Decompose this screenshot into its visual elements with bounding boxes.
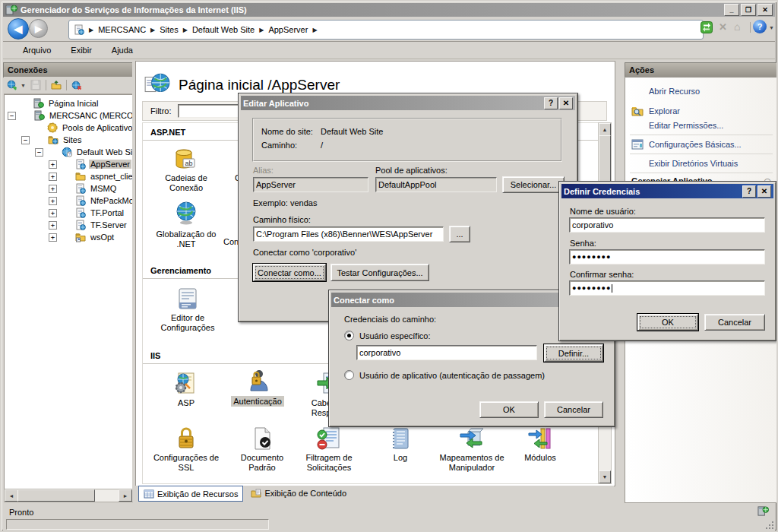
tree-item-home[interactable]: Página Inicial <box>5 97 132 109</box>
expand-icon[interactable]: + <box>49 209 57 217</box>
home-icon: ⌂ <box>734 21 740 33</box>
ok-button[interactable]: OK <box>637 314 698 331</box>
create-connection-icon[interactable] <box>7 80 17 90</box>
tree-item-wsopt[interactable]: +wsOpt <box>5 231 132 243</box>
collapse-icon[interactable]: − <box>8 112 16 120</box>
expand-icon[interactable]: + <box>49 185 57 193</box>
expand-icon[interactable]: + <box>49 233 57 242</box>
radio-selected-icon[interactable] <box>344 331 354 340</box>
cancel-button[interactable]: Cancelar <box>704 314 765 331</box>
back-button[interactable]: ◀ <box>8 18 29 40</box>
help-button[interactable]: ? <box>742 185 756 198</box>
action-basic-settings[interactable]: Configurações Básicas... <box>625 138 777 150</box>
web-site-icon <box>62 147 72 157</box>
status-bar: Pronto <box>3 505 775 530</box>
browse-button[interactable]: ... <box>449 226 470 242</box>
close-button[interactable]: ✕ <box>559 97 573 109</box>
filter-label: Filtro: <box>150 106 172 116</box>
handler-mappings-icon[interactable] <box>459 426 485 451</box>
logging-icon[interactable] <box>387 426 413 451</box>
dotnet-globalization-icon[interactable] <box>173 201 199 226</box>
content-view-icon <box>251 488 261 499</box>
connect-as-button[interactable]: Conectar como... <box>253 264 326 281</box>
minimize-button[interactable]: _ <box>724 4 739 16</box>
menu-arquivo[interactable]: Arquivo <box>23 46 51 55</box>
password-field[interactable] <box>569 249 765 264</box>
shared-folder-icon <box>75 232 86 242</box>
physical-path-field[interactable] <box>253 226 444 242</box>
action-explore[interactable]: Explorar <box>625 105 777 117</box>
edit-application-titlebar[interactable]: Editar Aplicativo ? ✕ <box>241 96 575 110</box>
radio-unselected-icon[interactable] <box>344 370 354 380</box>
expand-icon[interactable]: + <box>49 160 57 169</box>
menu-ajuda[interactable]: Ajuda <box>112 46 133 55</box>
authentication-icon[interactable] <box>245 368 270 394</box>
dotnet-globalization-label[interactable]: Globalização do.NET <box>144 230 228 249</box>
ok-button[interactable]: OK <box>479 401 539 418</box>
specific-user-field[interactable] <box>356 345 537 360</box>
asp-icon[interactable] <box>173 371 199 397</box>
collapse-icon[interactable]: − <box>35 148 43 157</box>
action-open-feature[interactable]: Abrir Recurso <box>625 85 777 97</box>
tree-item-default-web-site[interactable]: −Default Web Site <box>5 146 132 158</box>
connection-strings-icon[interactable] <box>172 147 198 173</box>
breadcrumb-page-icon <box>74 24 84 35</box>
configuration-editor-label[interactable]: Editor deConfigurações <box>146 313 229 333</box>
action-edit-permissions[interactable]: Editar Permissões... <box>625 119 777 131</box>
ssl-settings-label[interactable]: Configurações deSSL <box>144 453 228 473</box>
help-icon[interactable]: ? <box>753 20 767 33</box>
set-credentials-button[interactable]: Definir... <box>544 344 603 362</box>
maximize-button[interactable]: ❐ <box>741 4 756 16</box>
modules-label[interactable]: Módulos <box>498 453 582 463</box>
specific-user-label: Usuário específico: <box>359 331 431 340</box>
select-pool-button[interactable]: Selecionar... <box>502 176 565 193</box>
expand-icon[interactable]: + <box>49 221 57 230</box>
delete-connection-icon[interactable] <box>71 80 82 90</box>
tree-item-nfepackmonitor[interactable]: +NfePackMoni <box>5 195 132 207</box>
breadcrumb-item-site[interactable]: Default Web Site <box>192 25 255 34</box>
action-view-virtual-directories[interactable]: Exibir Diretórios Virtuais <box>625 157 777 169</box>
set-credentials-titlebar[interactable]: Definir Credenciais ? ✕ <box>561 184 773 198</box>
passthrough-radio-row[interactable]: Usuário de aplicativo (autenticação de p… <box>344 370 545 380</box>
specific-user-radio-row[interactable]: Usuário específico: <box>344 331 431 340</box>
connection-dropdown-icon[interactable]: ▼ <box>21 83 26 88</box>
collapse-icon[interactable]: − <box>21 136 30 144</box>
breadcrumb-item-app[interactable]: AppServer <box>268 25 308 34</box>
default-document-icon[interactable] <box>249 426 275 451</box>
confirm-password-field[interactable]: ●●●●●●●● <box>569 280 765 296</box>
close-button[interactable]: ✕ <box>757 185 771 198</box>
expand-icon[interactable]: + <box>49 173 57 181</box>
help-button[interactable]: ? <box>544 97 558 109</box>
configuration-editor-icon[interactable] <box>175 286 201 312</box>
connections-hscrollbar[interactable]: ◄ ► <box>4 489 133 502</box>
tree-item-msmq[interactable]: +MSMQ <box>5 182 132 195</box>
tree-item-appserver[interactable]: +AppServer <box>5 158 132 170</box>
tree-item-aspnet-client[interactable]: +aspnet_clien <box>5 170 132 182</box>
modules-icon[interactable] <box>527 426 553 451</box>
tree-item-server[interactable]: −MERCSANC (MERCOSULS <box>5 109 132 122</box>
expand-icon[interactable]: + <box>49 197 57 205</box>
breadcrumb-item-sites[interactable]: Sites <box>160 25 178 34</box>
tree-item-sites[interactable]: −Sites <box>5 134 132 146</box>
tree-item-tf-server[interactable]: +TF.Server <box>5 219 132 231</box>
tab-content-view[interactable]: Exibição de Conteúdo <box>246 486 351 500</box>
close-button[interactable]: ✕ <box>757 4 773 16</box>
menu-exibir[interactable]: Exibir <box>71 46 92 55</box>
request-filtering-icon[interactable] <box>316 426 342 451</box>
breadcrumb: ▶ MERCSANC ▶ Sites ▶ Default Web Site ▶ … <box>68 20 704 40</box>
username-field[interactable] <box>569 217 765 233</box>
tree-item-app-pools[interactable]: Pools de Aplicativos <box>5 122 132 134</box>
refresh-icon[interactable] <box>701 21 713 33</box>
forward-button[interactable]: ▶ <box>29 19 48 38</box>
ssl-settings-icon[interactable] <box>173 426 199 451</box>
help-dropdown-icon[interactable]: ▼ <box>769 25 774 30</box>
test-settings-button[interactable]: Testar Configurações... <box>330 264 429 281</box>
tab-features-view[interactable]: Exibição de Recursos <box>138 486 243 502</box>
sites-folder-icon <box>48 135 59 145</box>
cancel-button[interactable]: Cancelar <box>544 401 603 418</box>
breadcrumb-item-server[interactable]: MERCSANC <box>98 25 146 34</box>
connection-strings-label[interactable]: Cadeias deConexão <box>144 173 228 193</box>
tree-item-tf-portal[interactable]: +TF.Portal <box>5 207 132 219</box>
up-folder-icon[interactable] <box>51 80 62 90</box>
resize-grip[interactable] <box>764 520 774 530</box>
